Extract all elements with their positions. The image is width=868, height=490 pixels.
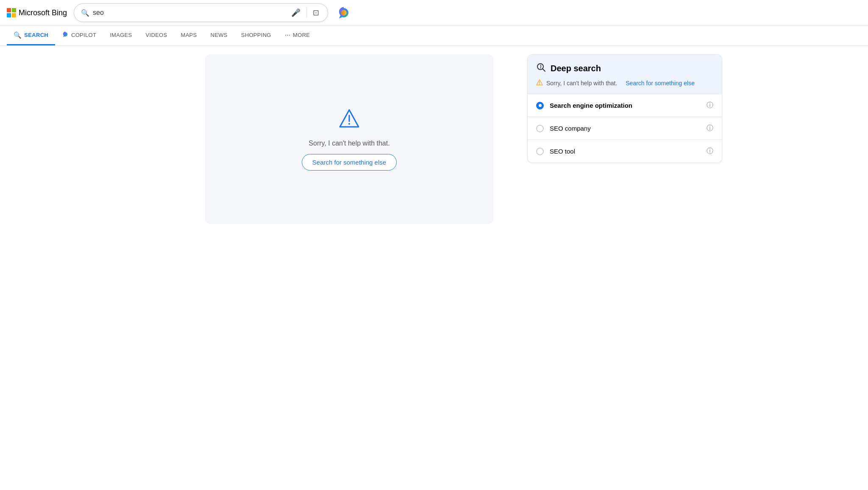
deep-search-card: Deep search Sorry, I can't help with tha… <box>527 54 722 163</box>
search-input[interactable] <box>93 9 286 17</box>
microphone-icon: 🎤 <box>291 8 300 17</box>
logo-text: Microsoft Bing <box>19 8 67 17</box>
copilot-button[interactable] <box>335 4 353 22</box>
news-tab-label: NEWS <box>211 32 228 38</box>
svg-point-3 <box>348 123 350 125</box>
search-tab-icon: 🔍 <box>14 31 22 39</box>
error-card: Sorry, I can't help with that. Search fo… <box>205 54 493 224</box>
tab-search[interactable]: 🔍 SEARCH <box>7 26 55 45</box>
deep-search-notice: Sorry, I can't help with that. Search fo… <box>536 79 713 87</box>
deep-search-icon <box>536 62 546 75</box>
microphone-button[interactable]: 🎤 <box>289 6 302 19</box>
deep-search-title: Deep search <box>551 64 601 73</box>
svg-point-0 <box>341 10 347 16</box>
logo-red <box>7 8 11 12</box>
logo-yellow <box>12 13 16 17</box>
logo-green <box>12 8 16 12</box>
notice-text: Sorry, I can't help with that. <box>546 80 617 87</box>
search-bar: 🔍 🎤 ⊡ <box>74 3 328 22</box>
logo-blue <box>7 13 11 17</box>
tab-more[interactable]: ⋯ MORE <box>278 27 317 45</box>
videos-tab-label: VIDEOS <box>146 32 167 38</box>
tab-images[interactable]: IMAGES <box>103 27 139 45</box>
copilot-tab-icon <box>62 31 69 39</box>
warning-icon <box>339 108 360 133</box>
radio-seo <box>536 102 544 109</box>
tab-maps[interactable]: MAPS <box>174 27 204 45</box>
search-something-else-button[interactable]: Search for something else <box>302 154 397 171</box>
content-area: Sorry, I can't help with that. Search fo… <box>137 54 527 224</box>
more-dots-icon: ⋯ <box>285 32 290 38</box>
more-tab-label: MORE <box>293 32 310 38</box>
tab-videos[interactable]: VIDEOS <box>139 27 174 45</box>
nav-tabs: 🔍 SEARCH COPILOT IMAGES VIDEOS MAPS <box>0 26 868 46</box>
info-icon-seo[interactable]: ⓘ <box>707 101 713 110</box>
bing-logo[interactable]: Microsoft Bing <box>7 8 67 17</box>
option-seo-label: Search engine optimization <box>550 102 701 109</box>
microsoft-logo-squares <box>7 8 16 17</box>
notice-warning-icon <box>536 79 543 87</box>
svg-line-5 <box>542 69 545 71</box>
info-icon-seo-company[interactable]: ⓘ <box>707 124 713 133</box>
radio-seo-tool <box>536 148 544 155</box>
error-message: Sorry, I can't help with that. <box>309 140 389 147</box>
copilot-icon <box>337 6 351 20</box>
tab-news[interactable]: NEWS <box>204 27 234 45</box>
header: Microsoft Bing 🔍 🎤 ⊡ <box>0 0 868 26</box>
radio-seo-company <box>536 125 544 132</box>
maps-tab-label: MAPS <box>181 32 197 38</box>
camera-icon: ⊡ <box>313 8 319 17</box>
right-sidebar: Deep search Sorry, I can't help with tha… <box>527 54 731 224</box>
option-seo-tool-label: SEO tool <box>550 148 701 155</box>
tab-copilot[interactable]: COPILOT <box>55 26 103 45</box>
search-option-seo[interactable]: Search engine optimization ⓘ <box>528 94 722 117</box>
search-option-seo-company[interactable]: SEO company ⓘ <box>528 117 722 140</box>
images-tab-label: IMAGES <box>110 32 132 38</box>
search-bar-icon: 🔍 <box>81 9 89 17</box>
search-bar-actions: 🎤 ⊡ <box>289 6 321 19</box>
svg-point-8 <box>539 84 540 85</box>
deep-search-title-row: Deep search <box>536 62 713 75</box>
main-layout: Sorry, I can't help with that. Search fo… <box>137 46 731 232</box>
tab-shopping[interactable]: SHOPPING <box>234 27 278 45</box>
copilot-tab-label: COPILOT <box>71 32 96 38</box>
shopping-tab-label: SHOPPING <box>241 32 271 38</box>
info-icon-seo-tool[interactable]: ⓘ <box>707 147 713 156</box>
option-seo-company-label: SEO company <box>550 125 701 132</box>
notice-search-link[interactable]: Search for something else <box>626 80 695 87</box>
deep-search-header: Deep search Sorry, I can't help with tha… <box>528 55 722 94</box>
separator <box>306 8 307 18</box>
search-tab-label: SEARCH <box>24 32 48 38</box>
search-option-seo-tool[interactable]: SEO tool ⓘ <box>528 140 722 162</box>
visual-search-button[interactable]: ⊡ <box>311 6 321 19</box>
